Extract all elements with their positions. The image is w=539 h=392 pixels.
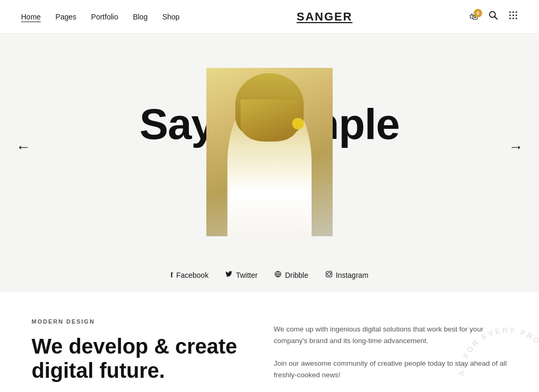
cart-badge: 0 xyxy=(474,9,482,17)
svg-point-4 xyxy=(516,12,517,13)
facebook-label: Facebook xyxy=(176,271,208,279)
nav-item-home[interactable]: Home xyxy=(21,13,41,21)
svg-point-2 xyxy=(510,12,511,13)
instagram-label: Instagram xyxy=(336,271,368,279)
below-section: MODERN DESIGN We develop & create digita… xyxy=(0,292,539,392)
section-label: MODERN DESIGN xyxy=(32,318,242,325)
dribble-label: Dribble xyxy=(285,271,308,279)
grid-icon[interactable] xyxy=(508,11,518,23)
watermark: AS FOR EVERY PROJECT. UNIQUE • xyxy=(450,318,539,392)
prev-arrow[interactable]: ← xyxy=(16,138,31,155)
site-logo[interactable]: SANGER xyxy=(297,10,353,24)
svg-point-6 xyxy=(513,15,514,16)
nav-item-blog[interactable]: Blog xyxy=(133,13,147,21)
nav-right: 🛍 0 xyxy=(470,11,518,23)
svg-point-9 xyxy=(513,18,514,19)
navbar: Home Pages Portfolio Blog Shop SANGER 🛍 … xyxy=(0,0,539,34)
next-arrow[interactable]: → xyxy=(508,138,523,155)
dribble-icon xyxy=(274,270,282,279)
svg-point-14 xyxy=(331,272,331,273)
hero-section: ← Say a Simple Hello! → xyxy=(0,34,539,260)
svg-line-1 xyxy=(495,17,497,19)
svg-point-13 xyxy=(327,273,331,276)
dribble-link[interactable]: Dribble xyxy=(274,270,308,279)
nav-left: Home Pages Portfolio Blog Shop xyxy=(21,13,179,21)
twitter-link[interactable]: Twitter xyxy=(225,270,257,279)
svg-point-8 xyxy=(510,18,511,19)
facebook-link[interactable]: f Facebook xyxy=(171,271,208,279)
hero-image xyxy=(206,68,333,236)
below-left: MODERN DESIGN We develop & create digita… xyxy=(32,318,242,392)
svg-point-7 xyxy=(516,15,517,16)
nav-item-shop[interactable]: Shop xyxy=(162,13,179,21)
svg-point-10 xyxy=(516,18,517,19)
facebook-icon: f xyxy=(171,271,173,279)
twitter-label: Twitter xyxy=(236,271,257,279)
svg-point-3 xyxy=(513,12,514,13)
instagram-link[interactable]: Instagram xyxy=(325,270,368,279)
nav-item-pages[interactable]: Pages xyxy=(55,13,76,21)
search-icon[interactable] xyxy=(488,11,498,23)
nav-item-portfolio[interactable]: Portfolio xyxy=(91,13,118,21)
social-bar: f Facebook Twitter Dribble Instagram xyxy=(0,260,539,292)
twitter-icon xyxy=(225,270,233,279)
section-heading: We develop & create digital future. xyxy=(32,334,242,383)
svg-point-5 xyxy=(510,15,511,16)
instagram-icon xyxy=(325,270,333,279)
svg-text:AS FOR EVERY PROJECT. UNIQUE •: AS FOR EVERY PROJECT. UNIQUE • xyxy=(457,326,539,392)
cart-button[interactable]: 🛍 0 xyxy=(470,12,478,22)
